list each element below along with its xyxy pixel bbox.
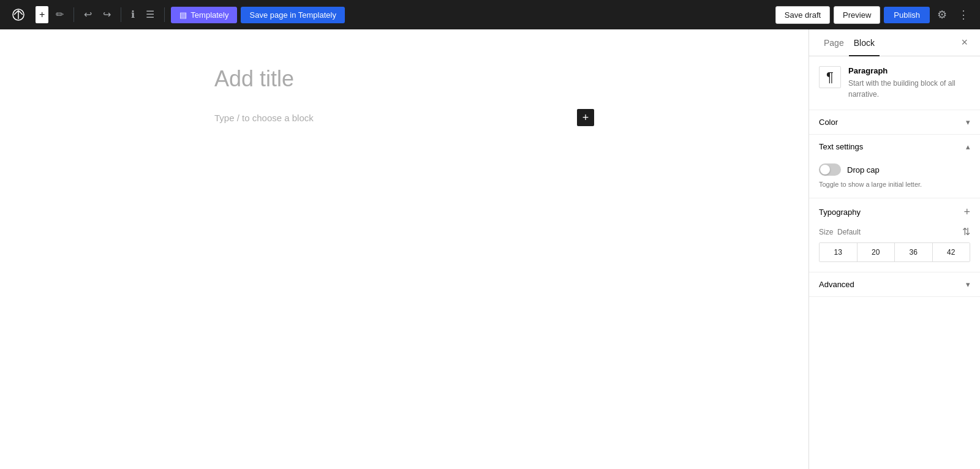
paragraph-icon: ¶ [819, 66, 841, 88]
block-placeholder[interactable]: Type / to choose a block + [214, 107, 594, 129]
color-section: Color ▾ [809, 110, 980, 135]
undo-icon: ↩ [84, 10, 92, 20]
typography-header[interactable]: Typography + [809, 198, 980, 226]
block-info-text: Paragraph Start with the building block … [848, 66, 970, 100]
wp-logo[interactable] [7, 4, 29, 26]
info-icon: ℹ [131, 10, 135, 20]
list-view-btn[interactable]: ☰ [142, 6, 158, 23]
tab-block[interactable]: Block [849, 29, 880, 56]
font-size-btn-42[interactable]: 42 [933, 243, 970, 261]
font-size-btn-36[interactable]: 36 [895, 243, 933, 261]
settings-btn[interactable]: ⚙ [933, 4, 951, 25]
pencil-icon: ✏ [56, 10, 64, 20]
publish-label: Publish [894, 10, 920, 20]
gear-icon: ⚙ [937, 9, 947, 21]
toggle-knob [820, 165, 830, 174]
sidebar: Page Block × ¶ Paragraph Start with the … [809, 29, 980, 469]
font-size-btn-20[interactable]: 20 [858, 243, 895, 261]
block-title: Paragraph [848, 66, 970, 75]
text-settings-label: Text settings [819, 142, 863, 151]
dots-vertical-icon: ⋮ [958, 9, 969, 21]
drop-cap-description: Toggle to show a large initial letter. [819, 181, 970, 188]
typography-section: Typography + Size Default ⇅ 13203642 [809, 198, 980, 272]
preview-label: Preview [843, 10, 871, 20]
add-block-toolbar-btn[interactable]: + [36, 6, 48, 23]
typography-body: Size Default ⇅ 13203642 [809, 226, 980, 272]
block-placeholder-text: Type / to choose a block [214, 113, 314, 123]
add-block-inline-btn[interactable]: + [577, 109, 594, 126]
drop-cap-label: Drop cap [847, 165, 880, 174]
toolbar-separator-1 [74, 7, 74, 22]
size-controls-icon[interactable]: ⇅ [962, 226, 970, 238]
redo-btn[interactable]: ↪ [99, 6, 115, 23]
toolbar-separator-2 [121, 7, 121, 22]
color-section-header[interactable]: Color ▾ [809, 110, 980, 134]
toolbar: + ✏ ↩ ↪ ℹ ☰ ▤ Templately Save page in Te… [0, 0, 980, 29]
undo-btn[interactable]: ↩ [80, 6, 96, 23]
text-settings-header[interactable]: Text settings ▴ [809, 135, 980, 159]
templately-btn-label: Templately [190, 10, 228, 20]
text-settings-chevron-up-icon: ▴ [966, 142, 970, 151]
size-label: Size Default [819, 228, 861, 236]
advanced-header[interactable]: Advanced ▾ [809, 272, 980, 296]
sidebar-tabs: Page Block × [809, 29, 980, 56]
plus-inline-icon: + [582, 111, 589, 124]
plus-icon: + [39, 10, 45, 20]
typography-label: Typography [819, 208, 861, 217]
save-draft-btn[interactable]: Save draft [775, 6, 830, 24]
drop-cap-row: Drop cap [819, 163, 970, 176]
tab-page-label: Page [824, 38, 844, 48]
tab-block-label: Block [854, 38, 875, 48]
redo-icon: ↪ [103, 10, 111, 20]
edit-tool-btn[interactable]: ✏ [52, 6, 67, 23]
color-section-label: Color [819, 118, 838, 127]
list-icon: ☰ [146, 10, 154, 20]
advanced-section: Advanced ▾ [809, 272, 980, 297]
sidebar-close-btn[interactable]: × [959, 34, 970, 51]
save-in-templately-btn[interactable]: Save page in Templately [241, 7, 344, 23]
editor-area[interactable]: Add title Type / to choose a block + [0, 29, 809, 469]
font-size-btn-13[interactable]: 13 [820, 243, 858, 261]
font-size-buttons: 13203642 [819, 242, 970, 262]
preview-btn[interactable]: Preview [834, 6, 880, 24]
editor-content: Add title Type / to choose a block + [190, 66, 619, 129]
block-info: ¶ Paragraph Start with the building bloc… [809, 56, 980, 110]
close-icon: × [961, 36, 968, 48]
templately-btn[interactable]: ▤ Templately [171, 7, 237, 23]
toolbar-separator-3 [164, 7, 165, 22]
save-draft-label: Save draft [785, 10, 821, 20]
advanced-chevron-down-icon: ▾ [966, 280, 970, 289]
more-options-btn[interactable]: ⋮ [954, 4, 973, 25]
advanced-label: Advanced [819, 280, 854, 289]
tab-page[interactable]: Page [819, 29, 849, 56]
info-btn[interactable]: ℹ [127, 6, 138, 23]
typography-add-icon[interactable]: + [963, 206, 970, 219]
block-description: Start with the building block of all nar… [848, 78, 970, 100]
page-title-input[interactable]: Add title [214, 66, 594, 92]
size-row: Size Default ⇅ [819, 226, 970, 238]
save-in-templately-label: Save page in Templately [249, 10, 336, 20]
text-settings-section: Text settings ▴ Drop cap Toggle to show … [809, 135, 980, 198]
color-chevron-down-icon: ▾ [966, 118, 970, 127]
toolbar-right: Save draft Preview Publish ⚙ ⋮ [775, 4, 973, 25]
sidebar-tabs-left: Page Block [819, 29, 880, 56]
text-settings-body: Drop cap Toggle to show a large initial … [809, 159, 980, 198]
templately-icon: ▤ [179, 10, 187, 20]
publish-btn[interactable]: Publish [884, 7, 930, 23]
drop-cap-toggle[interactable] [819, 163, 841, 176]
main-layout: Add title Type / to choose a block + Pag… [0, 29, 980, 469]
